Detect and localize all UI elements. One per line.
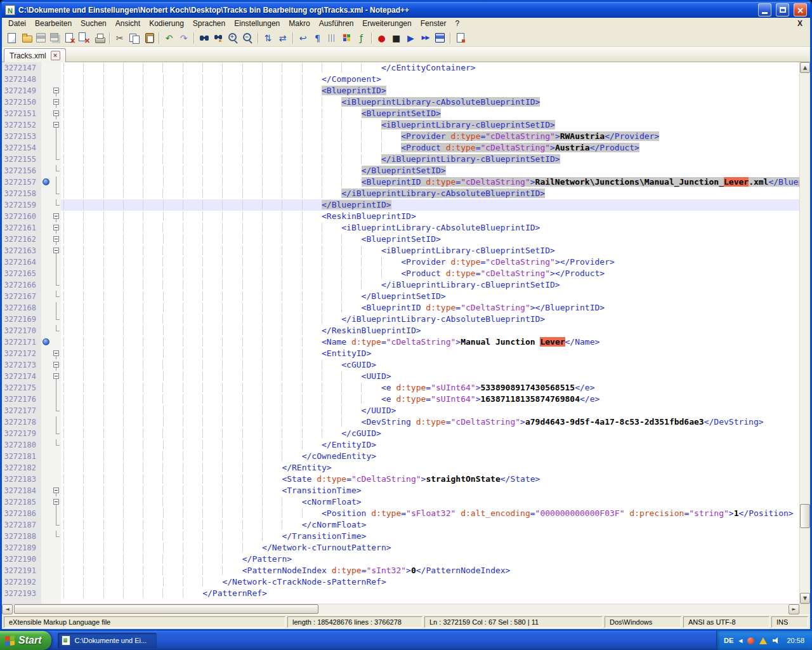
fold-margin[interactable] — [51, 176, 61, 188]
line-text[interactable]: <BlueprintSetID> — [61, 234, 799, 245]
replace-button[interactable] — [211, 31, 226, 45]
fold-margin[interactable] — [51, 542, 61, 554]
editor-line-3272167[interactable]: 3272167 </BlueprintSetID> — [2, 291, 799, 302]
scroll-left-arrow[interactable]: ◄ — [2, 604, 13, 614]
bookmark-margin[interactable] — [41, 211, 51, 222]
bookmark-margin[interactable] — [41, 131, 51, 142]
show-all-characters-button[interactable]: ¶ — [310, 31, 325, 45]
menu-einstellungen[interactable]: Einstellungen — [230, 18, 284, 29]
editor-line-3272159[interactable]: 3272159 </BlueprintID> — [2, 199, 799, 211]
bookmark-margin[interactable] — [41, 576, 51, 588]
fold-margin[interactable] — [51, 234, 61, 245]
editor-line-3272162[interactable]: 3272162 <BlueprintSetID> — [2, 234, 799, 245]
function-list-button[interactable]: ƒ — [354, 31, 369, 45]
menu-ausfhren[interactable]: Ausführen — [315, 18, 358, 29]
plugin-doc-button[interactable] — [453, 31, 468, 45]
redo-button[interactable]: ↷ — [176, 31, 191, 45]
line-text[interactable]: <Provider d:type="cDeltaString"></Provid… — [61, 256, 799, 268]
bookmark-margin[interactable] — [41, 416, 51, 428]
zoom-out-button[interactable] — [240, 31, 255, 45]
editor-line-3272169[interactable]: 3272169 </iBlueprintLibrary-cAbsoluteBlu… — [2, 314, 799, 325]
tab-tracks-xml[interactable]: Tracks.xml × — [4, 48, 66, 62]
bookmark-margin[interactable] — [41, 405, 51, 416]
editor-line-3272161[interactable]: 3272161 <iBlueprintLibrary-cAbsoluteBlue… — [2, 222, 799, 234]
bookmark-margin[interactable] — [41, 108, 51, 119]
taskbar-clock[interactable]: 20:58 — [785, 637, 804, 644]
editor-line-3272183[interactable]: 3272183 <State d:type="cDeltaString">str… — [2, 474, 799, 485]
bookmark-margin[interactable] — [41, 96, 51, 108]
line-text[interactable]: <iBlueprintLibrary-cBlueprintSetID> — [61, 245, 799, 256]
fold-margin[interactable] — [51, 496, 61, 508]
editor-line-3272153[interactable]: 3272153 <Provider d:type="cDeltaString">… — [2, 131, 799, 142]
editor-line-3272172[interactable]: 3272172 <EntityID> — [2, 348, 799, 359]
editor-line-3272147[interactable]: 3272147 </cEntityContainer> — [2, 62, 799, 74]
fold-collapse-icon[interactable] — [53, 362, 59, 368]
bookmark-margin[interactable] — [41, 485, 51, 496]
fold-margin[interactable] — [51, 154, 61, 165]
line-text[interactable]: </EntityID> — [61, 439, 799, 451]
fold-collapse-icon[interactable] — [53, 99, 59, 105]
bookmark-margin[interactable] — [41, 371, 51, 382]
line-text[interactable]: </iBlueprintLibrary-cAbsoluteBlueprintID… — [61, 314, 799, 325]
line-text[interactable]: <UUID> — [61, 371, 799, 382]
language-indicator[interactable]: DE — [724, 637, 733, 644]
fold-margin[interactable] — [51, 428, 61, 439]
scroll-right-arrow[interactable]: ► — [789, 604, 799, 614]
editor-line-3272155[interactable]: 3272155 </iBlueprintLibrary-cBlueprintSe… — [2, 154, 799, 165]
editor-line-3272150[interactable]: 3272150 <iBlueprintLibrary-cAbsoluteBlue… — [2, 96, 799, 108]
fold-margin[interactable] — [51, 279, 61, 291]
macro-play-button[interactable]: ▶ — [403, 31, 418, 45]
editor-line-3272182[interactable]: 3272182 </REntity> — [2, 462, 799, 474]
bookmark-margin[interactable] — [41, 451, 51, 462]
editor-line-3272177[interactable]: 3272177 </UUID> — [2, 405, 799, 416]
fold-margin[interactable] — [51, 576, 61, 588]
cut-button[interactable]: ✂ — [112, 31, 127, 45]
fold-margin[interactable] — [51, 85, 61, 96]
line-text[interactable]: <DevString d:type="cDeltaString">a79d464… — [61, 416, 799, 428]
editor-line-3272175[interactable]: 3272175 <e d:type="sUInt64">533890891743… — [2, 382, 799, 394]
line-text[interactable]: </BlueprintID> — [61, 199, 799, 211]
line-text[interactable]: </Network-cTurnoutPattern> — [61, 542, 799, 554]
fold-margin[interactable] — [51, 74, 61, 85]
editor-line-3272178[interactable]: 3272178 <DevString d:type="cDeltaString"… — [2, 416, 799, 428]
bookmark-icon[interactable] — [43, 178, 49, 185]
line-text[interactable]: </iBlueprintLibrary-cBlueprintSetID> — [61, 154, 799, 165]
editor-line-3272192[interactable]: 3272192 </Network-cTrackNode-sPatternRef… — [2, 576, 799, 588]
line-text[interactable]: <BlueprintSetID> — [61, 108, 799, 119]
editor-line-3272185[interactable]: 3272185 <cNormFloat> — [2, 496, 799, 508]
line-text[interactable]: </Component> — [61, 74, 799, 85]
editor-line-3272166[interactable]: 3272166 </iBlueprintLibrary-cBlueprintSe… — [2, 279, 799, 291]
bookmark-margin[interactable] — [41, 565, 51, 576]
status-encoding[interactable]: ANSI as UTF-8 — [683, 616, 769, 628]
editor-line-3272148[interactable]: 3272148 </Component> — [2, 74, 799, 85]
menu-ansicht[interactable]: Ansicht — [111, 18, 145, 29]
bookmark-margin[interactable] — [41, 348, 51, 359]
fold-margin[interactable] — [51, 508, 61, 519]
bookmark-margin[interactable] — [41, 439, 51, 451]
editor-line-3272163[interactable]: 3272163 <iBlueprintLibrary-cBlueprintSet… — [2, 245, 799, 256]
fold-margin[interactable] — [51, 348, 61, 359]
vertical-scroll-thumb[interactable] — [800, 504, 810, 528]
line-text[interactable]: </iBlueprintLibrary-cBlueprintSetID> — [61, 279, 799, 291]
fold-collapse-icon[interactable] — [53, 499, 59, 505]
editor-line-3272184[interactable]: 3272184 <TransitionTime> — [2, 485, 799, 496]
bookmark-margin[interactable] — [41, 165, 51, 176]
line-text[interactable]: <Provider d:type="cDeltaString">RWAustri… — [61, 131, 799, 142]
tray-update-icon[interactable] — [747, 637, 754, 644]
fold-margin[interactable] — [51, 291, 61, 302]
line-text[interactable]: <iBlueprintLibrary-cBlueprintSetID> — [61, 119, 799, 131]
show-indent-guide-button[interactable] — [325, 31, 339, 45]
editor-line-3272179[interactable]: 3272179 </cGUID> — [2, 428, 799, 439]
fold-margin[interactable] — [51, 119, 61, 131]
fold-margin[interactable] — [51, 371, 61, 382]
bookmark-margin[interactable] — [41, 234, 51, 245]
fold-margin[interactable] — [51, 462, 61, 474]
sync-vertical-scrolling-button[interactable]: ⇅ — [261, 31, 275, 45]
bookmark-margin[interactable] — [41, 382, 51, 394]
line-text[interactable]: <State d:type="cDeltaString">straightOnS… — [61, 474, 799, 485]
menu-bearbeiten[interactable]: Bearbeiten — [30, 18, 76, 29]
line-text[interactable]: <EntityID> — [61, 348, 799, 359]
editor-line-3272157[interactable]: 3272157 <BlueprintID d:type="cDeltaStrin… — [2, 176, 799, 188]
fold-margin[interactable] — [51, 302, 61, 314]
close-all-button[interactable] — [77, 31, 92, 45]
